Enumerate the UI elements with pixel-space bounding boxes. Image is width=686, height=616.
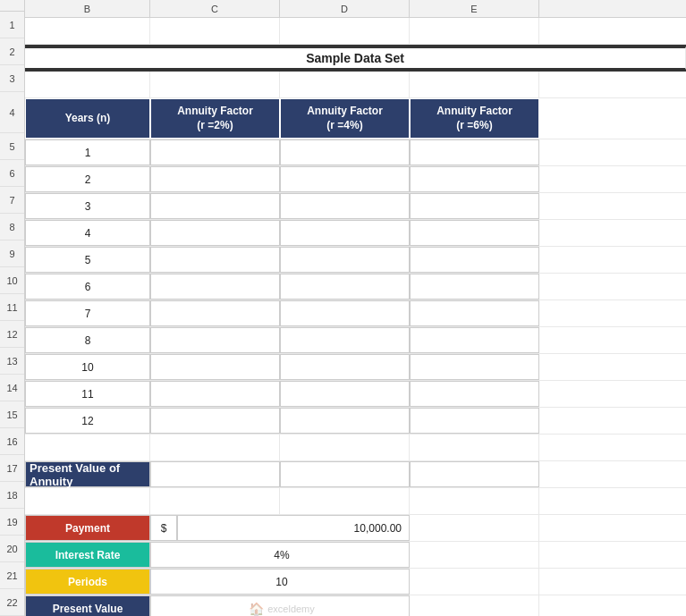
annuity4-cell-10[interactable]	[280, 354, 410, 380]
year-cell-12[interactable]: 12	[25, 408, 150, 434]
years-header: Years (n)	[25, 98, 150, 139]
cell-d3[interactable]	[280, 72, 410, 97]
periods-label: Periods	[25, 569, 150, 595]
table-row-1: 1	[25, 139, 686, 166]
annuity4-cell-1[interactable]	[280, 139, 410, 165]
annuity6-cell-1[interactable]	[410, 139, 539, 165]
table-row-8: 8	[25, 327, 686, 354]
cell-d17[interactable]	[280, 461, 410, 487]
annuity2-cell-4[interactable]	[150, 220, 280, 246]
cell-e3[interactable]	[410, 72, 539, 97]
cell-d1[interactable]	[280, 18, 410, 44]
annuity6-cell-3[interactable]	[410, 193, 539, 219]
col-header-c: C	[150, 0, 280, 17]
annuity4-cell-11[interactable]	[280, 381, 410, 407]
annuity6-cell-4[interactable]	[410, 220, 539, 246]
annuity6-cell-6[interactable]	[410, 274, 539, 300]
annuity4-cell-4[interactable]	[280, 220, 410, 246]
cell-d16[interactable]	[280, 435, 410, 460]
cell-d18[interactable]	[280, 488, 410, 514]
cell-c3[interactable]	[150, 72, 280, 97]
grid-row-17: Present Value of Annuity	[25, 461, 686, 488]
year-cell-6[interactable]: 6	[25, 274, 150, 300]
interest-rate-label: Interest Rate	[25, 542, 150, 568]
cell-c18[interactable]	[150, 488, 280, 514]
annuity6-cell-12[interactable]	[410, 408, 539, 434]
row-num-12: 12	[0, 321, 24, 348]
title-cell: Sample Data Set	[25, 46, 686, 70]
year-cell-7[interactable]: 7	[25, 300, 150, 326]
annuity4-cell-12[interactable]	[280, 408, 410, 434]
annuity4-cell-5[interactable]	[280, 247, 410, 273]
year-cell-8[interactable]: 8	[25, 327, 150, 353]
cell-e18[interactable]	[410, 488, 539, 514]
year-cell-2[interactable]: 2	[25, 166, 150, 192]
cell-e1[interactable]	[410, 18, 539, 44]
annuity2-cell-11[interactable]	[150, 381, 280, 407]
annuity2-cell-1[interactable]	[150, 139, 280, 165]
annuity4-cell-6[interactable]	[280, 274, 410, 300]
corner-header	[0, 0, 24, 12]
cell-b18[interactable]	[25, 488, 150, 514]
annuity2-cell-3[interactable]	[150, 193, 280, 219]
cell-e21[interactable]	[410, 569, 539, 595]
pv-periods-row: Periods 10	[25, 569, 686, 595]
col-headers-row: B C D E	[25, 0, 686, 18]
payment-dollar: $	[150, 515, 177, 541]
annuity6-cell-10[interactable]	[410, 354, 539, 380]
annuity2-cell-10[interactable]	[150, 354, 280, 380]
row-num-21: 21	[0, 562, 24, 589]
annuity6-cell-5[interactable]	[410, 247, 539, 273]
row-num-19: 19	[0, 509, 24, 536]
cell-e20[interactable]	[410, 542, 539, 568]
cell-b1[interactable]	[25, 18, 150, 44]
annuity-2-header: Annuity Factor (r =2%)	[150, 98, 280, 139]
year-cell-3[interactable]: 3	[25, 193, 150, 219]
present-value-value[interactable]: 🏠 exceldemy	[150, 595, 410, 616]
row-num-8: 8	[0, 214, 24, 240]
row-num-4: 4	[0, 92, 24, 133]
interest-rate-value[interactable]: 4%	[150, 542, 410, 568]
cell-b3[interactable]	[25, 72, 150, 97]
annuity2-cell-8[interactable]	[150, 327, 280, 353]
row-num-18: 18	[0, 482, 24, 509]
annuity6-cell-2[interactable]	[410, 166, 539, 192]
payment-value[interactable]: 10,000.00	[177, 515, 410, 541]
annuity6-cell-11[interactable]	[410, 381, 539, 407]
cell-c17[interactable]	[150, 461, 280, 487]
annuity4-cell-3[interactable]	[280, 193, 410, 219]
annuity2-cell-7[interactable]	[150, 300, 280, 326]
cell-b16[interactable]	[25, 435, 150, 460]
annuity2-cell-6[interactable]	[150, 274, 280, 300]
annuity4-cell-2[interactable]	[280, 166, 410, 192]
row-num-13: 13	[0, 348, 24, 375]
cell-c16[interactable]	[150, 435, 280, 460]
annuity6-cell-8[interactable]	[410, 327, 539, 353]
table-row-6: 6	[25, 274, 686, 300]
cell-e22[interactable]	[410, 595, 539, 616]
cell-c1[interactable]	[150, 18, 280, 44]
year-cell-4[interactable]: 4	[25, 220, 150, 246]
table-row-11: 11	[25, 381, 686, 408]
row-numbers-column: 12345678910111213141516171819202122	[0, 0, 25, 616]
watermark-logo-icon: 🏠	[249, 602, 264, 616]
row-num-10: 10	[0, 267, 24, 294]
cell-e17[interactable]	[410, 461, 539, 487]
cell-e19[interactable]	[410, 515, 539, 541]
periods-value[interactable]: 10	[150, 569, 410, 595]
annuity2-cell-2[interactable]	[150, 166, 280, 192]
annuity4-cell-7[interactable]	[280, 300, 410, 326]
year-cell-5[interactable]: 5	[25, 247, 150, 273]
cell-e16[interactable]	[410, 435, 539, 460]
year-cell-10[interactable]: 10	[25, 354, 150, 380]
year-cell-1[interactable]: 1	[25, 139, 150, 165]
annuity2-cell-12[interactable]	[150, 408, 280, 434]
table-row-4: 4	[25, 220, 686, 247]
pv-value-row: Present Value 🏠 exceldemy	[25, 595, 686, 616]
table-row-12: 12	[25, 408, 686, 435]
annuity6-cell-7[interactable]	[410, 300, 539, 326]
table-row-7: 7	[25, 300, 686, 327]
annuity2-cell-5[interactable]	[150, 247, 280, 273]
year-cell-11[interactable]: 11	[25, 381, 150, 407]
annuity4-cell-8[interactable]	[280, 327, 410, 353]
